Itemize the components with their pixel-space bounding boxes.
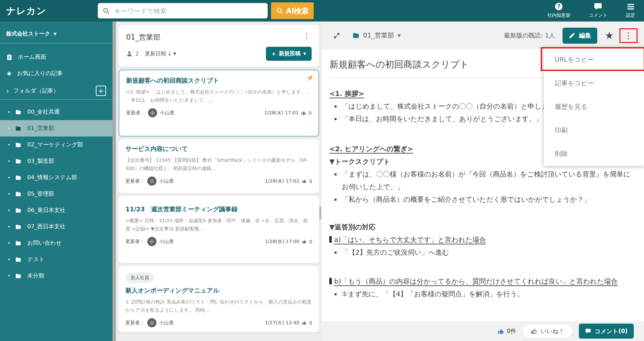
bullet-icon: • xyxy=(8,109,15,115)
edit-label: 編集 xyxy=(579,31,591,40)
nav-comment[interactable]: コメント xyxy=(589,2,608,18)
caret-down-icon: ▼ xyxy=(173,52,176,56)
article-title: 新規顧客への初回商談スクリプト xyxy=(126,76,312,85)
folder-row-00[interactable]: • 00_全社共通 xyxy=(0,104,113,120)
caret-down-icon: ▼ xyxy=(398,33,401,38)
search-input[interactable] xyxy=(114,7,263,15)
thumbs-up-icon xyxy=(301,110,306,115)
folder-icon xyxy=(15,191,21,197)
menu-item-history[interactable]: 履歴を見る xyxy=(544,95,644,118)
updater-label: 更新者： xyxy=(125,178,145,184)
sort-label: 更新日順 xyxy=(145,50,166,57)
menu-item-delete[interactable]: 削除 xyxy=(544,142,644,166)
bullet-icon: • xyxy=(8,257,15,262)
updater-label: 更新者： xyxy=(125,239,145,245)
bullet-text: 「まずは、〇〇様（お客様のお名前）が『今回（商品名）をご検討頂いている背景』を簡… xyxy=(342,168,637,193)
thumbs-up-icon xyxy=(302,320,307,325)
folder-row-04[interactable]: • 04_情報システム部 xyxy=(0,169,113,186)
article-detail-panel: 01_営業部 ▼ 最新版の既読: 1人 編集 ★ xyxy=(322,22,644,341)
avatar: 小 xyxy=(147,318,156,327)
sidebar: 株式会社ストーク ▼ ホーム画面 ★ お気に入りの記事 xyxy=(0,22,113,341)
folder-row-02[interactable]: • 02_マーケティング部 xyxy=(0,137,113,153)
article-card[interactable]: 11/23 週次営業部ミーティング議事録 <概要> 日時：11/23 場所：会議… xyxy=(119,196,319,263)
folder-row-06[interactable]: • 06_東日本支社 xyxy=(0,202,113,218)
avatar: 小 xyxy=(147,237,156,246)
updated-date: 1/28(水) 17:02 xyxy=(265,178,299,184)
folders-section-label: フォルダ（記事） xyxy=(13,87,59,95)
bullet-icon: • xyxy=(8,240,15,246)
new-post-button[interactable]: + 新規投稿 ▼ xyxy=(266,47,312,61)
top-header: ナレカン AI検索 ? 社内知恵袋 xyxy=(0,0,644,22)
sidebar-item-label: ホーム画面 xyxy=(18,53,46,61)
clipboard-icon xyxy=(6,54,13,60)
folder-row-inquiry[interactable]: • お問い合わせ xyxy=(0,235,113,251)
folder-row-uncategorized[interactable]: • 未分類 xyxy=(0,268,113,284)
nav-settings[interactable]: 設定 xyxy=(626,2,635,18)
kebab-menu-icon[interactable]: ⋮ xyxy=(301,32,312,40)
person-icon xyxy=(126,51,133,57)
folder-icon xyxy=(15,142,21,148)
caret-down-icon: ▼ xyxy=(54,32,56,36)
sidebar-item-label: お気に入りの記事 xyxy=(17,70,63,77)
comment-button[interactable]: コメント(0) xyxy=(579,324,634,339)
list-scrollbar-thumb[interactable] xyxy=(319,207,321,219)
bullet-item: ▪ 「私から（商品名）の概要をご紹介させていただく形ではいかがでしょうか？」 xyxy=(329,193,637,206)
folder-list: • 00_全社共通 • 01_営業部 • 02_マーケティング部 • xyxy=(0,100,113,284)
org-selector[interactable]: 株式会社ストーク ▼ xyxy=(0,22,113,43)
pencil-icon xyxy=(569,32,575,39)
favorite-star-icon[interactable]: ★ xyxy=(605,31,614,41)
folder-row-03[interactable]: • 03_製造部 xyxy=(0,153,113,169)
pin-icon xyxy=(305,74,314,84)
updater-label: 更新者： xyxy=(126,110,145,116)
read-label: 最新版の既読: xyxy=(504,32,543,39)
article-kebab-menu[interactable]: ⋮ xyxy=(621,30,636,41)
folder-row-07[interactable]: • 07_西日本支社 xyxy=(0,218,113,235)
bullet-text: 「私から（商品名）の概要をご紹介させていただく形ではいかがでしょうか？」 xyxy=(342,193,590,206)
read-count-link[interactable]: 1人 xyxy=(545,32,555,39)
article-card-selected[interactable]: 新規顧客への初回商談スクリプト <1. 挨拶> 「はじめまして、株式会社ストーク… xyxy=(119,70,319,137)
nav-chiebukuro[interactable]: ? 社内知恵袋 xyxy=(547,2,570,18)
avatar: 小 xyxy=(147,176,156,186)
sidebar-item-home[interactable]: ホーム画面 xyxy=(0,49,113,65)
bullet-text: 「本日は、お時間をいただきまして、ありがとうございます。」 xyxy=(342,113,542,125)
bullet-text: ①まず先に、「【4】「お客様の疑問点」を解消」を行う。 xyxy=(342,288,524,300)
case-marker xyxy=(329,278,332,284)
keyword-search[interactable] xyxy=(98,3,268,18)
square-bullet-icon: ▪ xyxy=(334,168,337,193)
like-count: 0 xyxy=(309,320,312,326)
menu-item-print[interactable]: 印刷 xyxy=(544,118,644,142)
ai-search-button[interactable]: AI検索 xyxy=(271,2,314,19)
sort-selector[interactable]: 更新日順 ↓ ▼ xyxy=(145,50,176,57)
menu-item-copy-url[interactable]: URLをコピー xyxy=(544,48,644,71)
breadcrumb[interactable]: 01_営業部 ▼ xyxy=(352,31,401,40)
folder-icon xyxy=(15,273,21,279)
folder-row-test[interactable]: • テスト xyxy=(0,251,113,268)
member-count: 2 xyxy=(135,51,139,57)
like-button[interactable]: いいね！ xyxy=(522,324,573,339)
sidebar-scrollbar[interactable] xyxy=(113,22,116,341)
thumbs-up-outline-icon xyxy=(531,328,537,335)
menu-item-copy-article[interactable]: 記事をコピー xyxy=(544,71,644,95)
expand-icon[interactable] xyxy=(333,32,341,40)
folder-icon xyxy=(352,32,360,39)
sidebar-item-favorites[interactable]: ★ お気に入りの記事 xyxy=(0,65,113,82)
case-heading: b)「もう（商品）の内容は分かってるから、質問だけさせてくれれば良い」と言われた… xyxy=(329,275,637,288)
folder-label: お問い合わせ xyxy=(27,239,62,247)
bullet-icon: • xyxy=(8,142,15,147)
article-card[interactable]: 新入社員 新人オンボーディングマニュアル 1. 訪問計画の検討 見込み客のリスト… xyxy=(119,266,319,332)
folder-row-01-selected[interactable]: • 01_営業部 xyxy=(0,120,113,137)
speech-bubble-icon xyxy=(585,328,591,334)
speech-bubble-icon xyxy=(594,2,602,11)
like-total-label: 0件 xyxy=(507,327,516,335)
edit-button[interactable]: 編集 xyxy=(563,28,597,44)
like-count: 0 xyxy=(309,110,312,116)
add-folder-button[interactable]: + xyxy=(96,86,106,96)
hamburger-icon xyxy=(626,2,635,11)
article-card[interactable]: サービス内容について 【会社番号】 12345 【質問内容】 弊社「SmartP… xyxy=(119,139,319,193)
thumbs-up-icon xyxy=(498,328,504,335)
folder-title: 01_営業部 xyxy=(126,32,160,42)
folders-section-header[interactable]: › フォルダ（記事） + xyxy=(0,82,113,99)
star-icon: ★ xyxy=(6,70,12,77)
folder-row-05[interactable]: • 05_管理部 xyxy=(0,186,113,202)
arrow-down-icon: ↓ xyxy=(167,51,172,57)
